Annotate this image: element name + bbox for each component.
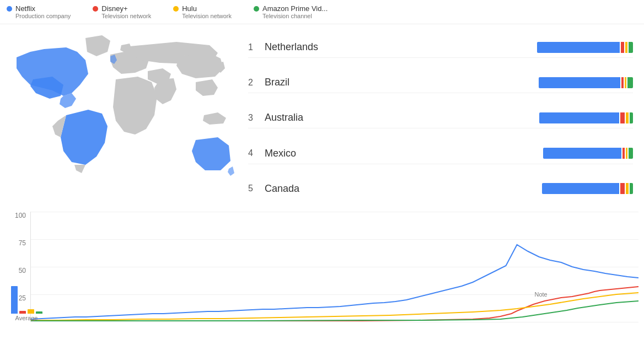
netflix-subtitle: Production company [15, 13, 71, 19]
bar-yellow-4 [626, 148, 627, 159]
rank-bars-3 [539, 112, 633, 123]
bar-yellow-5 [626, 183, 629, 194]
ranking-row-2: 2 Brazil [248, 72, 633, 93]
bar-red-3 [620, 112, 625, 123]
world-map [0, 24, 237, 212]
netflix-dot [7, 6, 12, 12]
disney-dot [93, 6, 98, 12]
rank-name-3: Australia [265, 112, 539, 123]
hulu-label: Hulu [182, 4, 197, 13]
bar-green-4 [629, 148, 633, 159]
bar-green-2 [627, 77, 633, 88]
netflix-line [31, 245, 638, 319]
avg-bar-hulu [28, 309, 34, 314]
amazon-dot [254, 6, 259, 12]
amazon-subtitle: Television channel [262, 13, 328, 19]
legend-item-disney: Disney+ Television network [93, 4, 151, 19]
average-label: Average [4, 315, 49, 321]
rank-bars-2 [539, 77, 633, 88]
y-label-50: 50 [19, 267, 26, 275]
rank-bars-1 [537, 42, 633, 53]
bar-blue-3 [539, 112, 619, 123]
bar-red-2 [621, 77, 624, 88]
hulu-dot [173, 6, 179, 12]
y-label-100: 100 [15, 212, 26, 219]
bar-blue-5 [542, 183, 619, 194]
ranking-row-5: 5 Canada [248, 179, 633, 199]
avg-bars [4, 286, 49, 314]
bar-blue-4 [543, 148, 621, 159]
rank-num-5: 5 [248, 184, 265, 193]
hulu-subtitle: Television network [182, 13, 232, 19]
rank-bars-4 [543, 148, 633, 159]
ranking-row-1: 1 Netherlands [248, 37, 633, 58]
avg-bar-amazon [36, 311, 42, 314]
bar-blue-2 [539, 77, 620, 88]
rank-name-2: Brazil [265, 77, 539, 88]
average-section: Average [4, 286, 49, 321]
chart-svg [31, 212, 638, 322]
ranking-row-4: 4 Mexico [248, 143, 633, 164]
legend-bar: Netflix Production company Disney+ Telev… [0, 0, 644, 24]
amazon-line [31, 301, 638, 321]
bar-blue-1 [537, 42, 620, 53]
chart-section: 100 75 50 25 Note Jan 1, 2004 Nov 1, 200… [0, 212, 644, 338]
rank-num-2: 2 [248, 78, 265, 88]
rank-name-5: Canada [265, 183, 542, 195]
bar-green-5 [630, 183, 633, 194]
rank-name-4: Mexico [265, 148, 543, 159]
bar-yellow-1 [625, 42, 627, 53]
disney-subtitle: Television network [101, 13, 151, 19]
rankings-section: 1 Netherlands 2 Brazil 3 Australia [237, 24, 644, 212]
legend-item-amazon: Amazon Prime Vid... Television channel [254, 4, 328, 19]
bar-red-4 [622, 148, 625, 159]
chart-area: Note [30, 212, 638, 322]
rank-num-3: 3 [248, 113, 265, 123]
bar-red-1 [621, 42, 624, 53]
bar-red-5 [620, 183, 625, 194]
ranking-row-3: 3 Australia [248, 107, 633, 128]
bar-yellow-2 [625, 77, 626, 88]
avg-bar-netflix [11, 286, 18, 314]
legend-item-netflix: Netflix Production company [7, 4, 71, 19]
rank-num-4: 4 [248, 148, 265, 158]
rank-bars-5 [542, 183, 633, 194]
netflix-label: Netflix [15, 4, 35, 13]
bar-green-3 [630, 112, 633, 123]
rank-num-1: 1 [248, 42, 265, 52]
y-label-75: 75 [19, 239, 26, 247]
rank-name-1: Netherlands [265, 41, 537, 53]
main-content: 1 Netherlands 2 Brazil 3 Australia [0, 24, 644, 212]
disney-label: Disney+ [101, 4, 127, 13]
bar-yellow-3 [626, 112, 629, 123]
legend-item-hulu: Hulu Television network [173, 4, 232, 19]
amazon-label: Amazon Prime Vid... [262, 4, 328, 13]
avg-bar-disney [19, 311, 26, 314]
map-section [0, 24, 237, 212]
bar-green-1 [629, 42, 633, 53]
